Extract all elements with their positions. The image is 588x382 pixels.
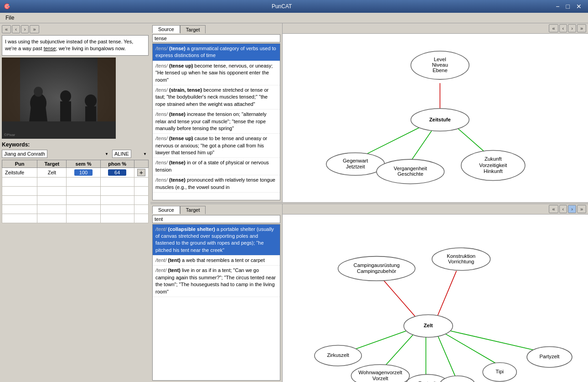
graph-first-bottom[interactable]: « [549, 205, 558, 213]
bottom-half: Source Target /tent/ (collapsible shelte… [150, 204, 588, 382]
edge-green-jurte [438, 335, 456, 379]
node-jurte [439, 376, 475, 382]
col-pun: Pun [2, 160, 37, 167]
node-gegenwart-text1: Gegenwart [343, 158, 368, 163]
edge-green-left [362, 123, 428, 156]
nav-buttons-top: « ‹ › » [2, 25, 149, 33]
bottom-dict-list[interactable]: /tent/ (collapsible shelter) a portable … [152, 224, 280, 381]
svg-point-7 [60, 90, 71, 102]
top-graph-svg: Level Niveau Ebene Zeitstufe Gegenwart J… [283, 34, 588, 202]
node-zukunft-text2: Vorzeitigkeit [479, 162, 507, 168]
node-level-text2: Niveau [432, 62, 448, 68]
node-vergangenheit-text2: Geschichte [397, 171, 423, 177]
left-panel: « ‹ › » I was using the subjunctive inst… [0, 23, 150, 382]
dict-item-top-4[interactable]: /tens/ (tense up) cause to be tense and … [153, 134, 280, 158]
edge-green-tipi [445, 333, 499, 365]
film-scene-svg: ©Pixar [2, 58, 116, 139]
dict-item-top-3[interactable]: /tens/ (tense) increase the tension on; … [153, 110, 280, 134]
last-button[interactable]: » [30, 25, 39, 33]
minimize-button[interactable]: − [553, 2, 562, 11]
titlebar-left: 🎯 [4, 3, 10, 10]
dict-item-top-5[interactable]: /tens/ (tense) in or of a state of physi… [153, 158, 280, 175]
table-row: Zeitstufe Zelt 100 64 + [2, 167, 149, 177]
node-zukunft-text3: Hinkunft [484, 168, 503, 174]
edge-green-wohnwagen [384, 333, 414, 367]
algorithm-dropdown-wrapper: ALINE [112, 150, 149, 158]
node-konstruktion-text1: Konstruktion [447, 253, 475, 258]
tab-target-bottom[interactable]: Target [180, 206, 206, 214]
add-row-button[interactable]: + [137, 169, 145, 176]
cell-add: + [134, 167, 148, 177]
similarity-dropdown[interactable]: Jiang and Conrath [2, 150, 47, 158]
graph-first-top[interactable]: « [549, 24, 558, 32]
cell-target: Zelt [37, 167, 67, 177]
dict-item-pos: /tens/ [155, 46, 168, 51]
graph-last-top[interactable]: » [577, 24, 586, 32]
cell-empty [2, 177, 37, 186]
bottom-graph-nav: « ‹ › » [283, 204, 588, 215]
dict-item-word: (tense) [169, 46, 186, 51]
node-camping-text1: Campingausrüstung [353, 262, 399, 268]
graph-next-bottom[interactable]: › [568, 205, 576, 213]
menubar: File [0, 13, 588, 23]
top-half: Source Target /tens/ (tense) a grammatic… [150, 23, 588, 202]
node-wohnwagen-text2: Vorzelt [372, 375, 388, 381]
keywords-label: Keywords: [2, 141, 149, 148]
app-icon: 🎯 [4, 3, 10, 10]
node-wohnwagen-text1: Wohnwagenvorzelt [358, 370, 402, 375]
svg-point-9 [85, 94, 97, 107]
film-image: ©Pixar [2, 58, 116, 139]
maximize-button[interactable]: □ [563, 2, 573, 11]
node-zukunft-text1: Zukunft [485, 156, 502, 162]
dict-item-bottom-1[interactable]: /tent/ (tent) a web that resembles a ten… [153, 256, 280, 266]
node-tipi-text: Tipi [495, 369, 504, 374]
close-button[interactable]: ✕ [573, 2, 584, 11]
table-row-empty-1 [2, 177, 149, 186]
table-row-empty-4 [2, 204, 149, 214]
algorithm-dropdown[interactable]: ALINE [112, 150, 131, 158]
col-sem: sem % [67, 160, 100, 167]
prev-button[interactable]: ‹ [12, 25, 20, 33]
edge-red-zelt-right [438, 271, 456, 315]
node-level-text3: Ebene [433, 68, 448, 73]
right-container: Source Target /tens/ (tense) a grammatic… [150, 23, 588, 382]
cell-phon: 64 [100, 167, 134, 177]
dict-item-top-1[interactable]: /tens/ (tense up) become tense, nervous,… [153, 61, 280, 85]
node-vergangenheit-text1: Vergangenheit [394, 166, 428, 171]
col-target: Target [37, 160, 67, 167]
graph-prev-bottom[interactable]: ‹ [559, 205, 567, 213]
top-graph-nav: « ‹ › » [283, 23, 588, 34]
node-zeitstufe-text: Zeitstufe [429, 117, 451, 122]
svg-rect-8 [60, 101, 71, 121]
node-zirkuszelt-text: Zirkuszelt [327, 352, 349, 358]
first-button[interactable]: « [2, 25, 11, 33]
graph-prev-top[interactable]: ‹ [559, 24, 567, 32]
next-button[interactable]: › [21, 25, 29, 33]
table-row-empty-5 [2, 214, 149, 223]
svg-marker-6 [29, 102, 47, 121]
dict-item-top-6[interactable]: /tens/ (tense) pronounced with relativel… [153, 175, 280, 193]
search-input-bottom[interactable] [152, 215, 280, 223]
dict-item-top-0[interactable]: /tens/ (tense) a grammatical category of… [153, 44, 280, 61]
titlebar-controls: − □ ✕ [553, 2, 584, 11]
image-placeholder: ©Pixar [2, 58, 116, 139]
table-row-empty-2 [2, 186, 149, 195]
main-container: « ‹ › » I was using the subjunctive inst… [0, 23, 588, 382]
dict-item-bottom-0[interactable]: /tent/ (collapsible shelter) a portable … [153, 225, 280, 256]
svg-rect-10 [85, 106, 96, 121]
search-input-top[interactable] [152, 34, 280, 42]
table-row-empty-3 [2, 195, 149, 204]
dict-item-top-2[interactable]: /tens/ (strain, tense) become stretched … [153, 85, 280, 110]
top-dict-list[interactable]: /tens/ (tense) a grammatical category of… [152, 43, 280, 200]
tab-target-top[interactable]: Target [180, 25, 206, 33]
graph-last-bottom[interactable]: » [577, 205, 586, 213]
tab-source-top[interactable]: Source [152, 25, 180, 33]
dict-item-bottom-2[interactable]: /tent/ (tent) live in or as if in a tent… [153, 266, 280, 297]
file-menu[interactable]: File [2, 14, 18, 22]
bottom-graph-panel: « ‹ › » [283, 204, 588, 382]
node-camping-text2: Campingzubehör [357, 268, 396, 273]
col-phon: phon % [100, 160, 134, 167]
graph-next-top[interactable]: › [568, 24, 576, 32]
tab-source-bottom[interactable]: Source [152, 206, 180, 214]
col-add [134, 160, 148, 167]
